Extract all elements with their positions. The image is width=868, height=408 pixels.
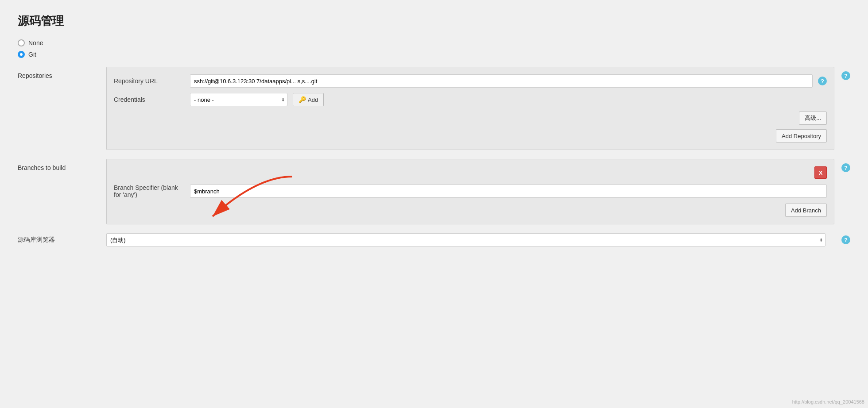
watermark: http://blog.csdn.net/qq_20041568: [792, 399, 864, 404]
repo-url-input[interactable]: [190, 74, 813, 88]
add-credentials-button[interactable]: 🔑 Add: [293, 93, 324, 106]
repositories-label: Repositories: [18, 67, 106, 79]
credentials-select-wrapper: - none - ⬍: [190, 93, 287, 106]
radio-git[interactable]: Git: [18, 51, 850, 58]
branch-specifier-input[interactable]: [190, 185, 827, 198]
repositories-box: Repository URL ? Credentials - none - ⬍ …: [106, 67, 834, 150]
add-repository-button[interactable]: Add Repository: [776, 129, 827, 142]
repo-url-row: Repository URL ?: [114, 74, 827, 88]
radio-git-indicator: [18, 51, 25, 58]
branches-help-icon[interactable]: ?: [841, 163, 850, 172]
repositories-help-icon[interactable]: ?: [841, 71, 850, 80]
scm-browser-select[interactable]: (自动): [106, 233, 825, 246]
delete-branch-button[interactable]: X: [814, 166, 827, 179]
radio-none[interactable]: None: [18, 39, 850, 46]
branches-label: Branches to build: [18, 159, 106, 171]
advanced-button[interactable]: 高级...: [799, 112, 827, 125]
credentials-row: Credentials - none - ⬍ 🔑 Add: [114, 93, 827, 106]
credentials-label: Credentials: [114, 96, 185, 103]
page-title: 源码管理: [18, 13, 850, 29]
branch-specifier-label: Branch Specifier (blank for 'any'): [114, 184, 185, 198]
repo-url-help-icon[interactable]: ?: [818, 77, 827, 85]
radio-none-label: None: [28, 39, 43, 46]
radio-none-indicator: [18, 39, 25, 46]
scm-browser-section: 源码库浏览器 (自动) ⬍ ?: [18, 233, 850, 246]
branches-section: Branches to build X Branch Specifier (bl…: [18, 159, 850, 224]
branch-delete-row: X: [114, 166, 827, 179]
branch-specifier-row: Branch Specifier (blank for 'any'): [114, 184, 827, 198]
branches-box: X Branch Specifier (blank for 'any') Add…: [106, 159, 834, 224]
repositories-section: Repositories Repository URL ? Credential…: [18, 67, 850, 150]
scm-browser-select-wrapper: (自动) ⬍: [106, 233, 825, 246]
credentials-select[interactable]: - none -: [190, 93, 287, 106]
scm-radio-group: None Git: [18, 39, 850, 58]
repo-url-label: Repository URL: [114, 77, 185, 85]
scm-browser-help-icon[interactable]: ?: [841, 235, 850, 244]
radio-git-label: Git: [28, 51, 36, 58]
key-icon: 🔑: [298, 96, 306, 103]
scm-browser-label: 源码库浏览器: [18, 236, 106, 244]
add-branch-button[interactable]: Add Branch: [785, 204, 827, 217]
